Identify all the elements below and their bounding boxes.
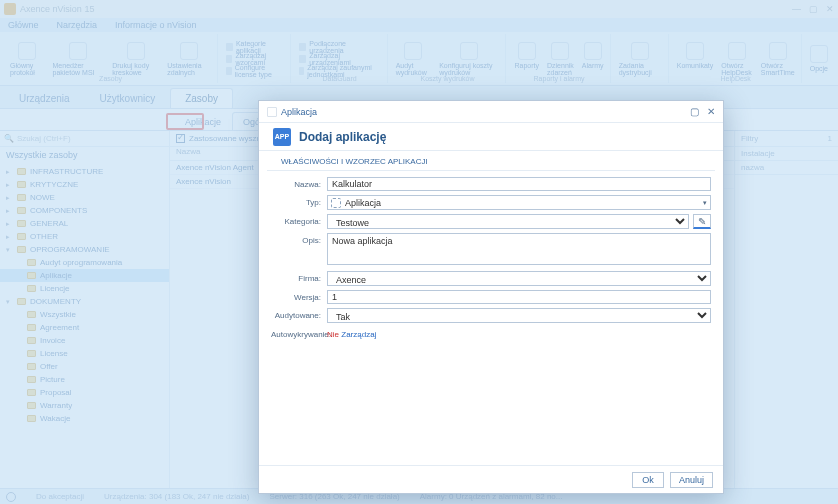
tree-node[interactable]: Licencje [0, 282, 169, 295]
tree-node-label: Wszystkie [40, 310, 76, 319]
folder-icon [27, 389, 36, 396]
tree-node[interactable]: OTHER [0, 230, 169, 243]
autowyk-manage-link[interactable]: Zarządzaj [341, 330, 376, 339]
ribbon-alarmy[interactable]: Alarmy [582, 42, 604, 76]
menu-narzedzia[interactable]: Narzędzia [57, 20, 98, 30]
edit-kategoria-button[interactable]: ✎ [693, 214, 711, 229]
label-firma: Firma: [271, 271, 327, 283]
tree-node[interactable]: KRYTYCZNE [0, 178, 169, 191]
tree-node-label: Aplikacje [40, 271, 72, 280]
tree-node[interactable]: GENERAL [0, 217, 169, 230]
tree-node[interactable]: Warranty [0, 399, 169, 412]
filter-checkbox-icon[interactable] [176, 134, 185, 143]
folder-icon [27, 272, 36, 279]
input-wersja[interactable] [327, 290, 711, 304]
ribbon-kategorie-aplikacji[interactable]: Kategorie aplikacji [226, 41, 283, 52]
tree-node-label: License [40, 349, 68, 358]
tree-node[interactable]: INFRASTRUCTURE [0, 165, 169, 178]
ok-button[interactable]: Ok [632, 472, 664, 488]
ribbon-drukuj[interactable]: Drukuj kody kreskowe [112, 42, 159, 76]
tree-node[interactable]: NOWE [0, 191, 169, 204]
tree-node[interactable]: COMPONENTS [0, 204, 169, 217]
folder-icon [17, 220, 26, 227]
dialog-maximize-icon[interactable]: ▢ [690, 106, 699, 117]
select-kategoria[interactable]: Testowe [327, 214, 689, 229]
ribbon-dziennik[interactable]: Dziennik zdarzeń [547, 42, 574, 76]
textarea-opis[interactable]: Nowa aplikacja [327, 233, 711, 265]
menu-info[interactable]: Informacje o nVision [115, 20, 196, 30]
tree-node-label: KRYTYCZNE [30, 180, 78, 189]
tree-header[interactable]: Wszystkie zasoby [0, 147, 169, 163]
select-audytowane[interactable]: Tak [327, 308, 711, 323]
close-icon[interactable]: ✕ [826, 4, 834, 14]
app-icon [4, 3, 16, 15]
ribbon-komunikaty[interactable]: Komunikaty [677, 42, 714, 76]
right-panel: Filtry 1 Instalacje nazwa [734, 131, 838, 488]
subtab-aplikacje-top[interactable]: Aplikacje [174, 112, 232, 130]
tree-node-label: Warranty [40, 401, 72, 410]
dialog-header: Dodaj aplikację [299, 130, 386, 144]
menu-glowne[interactable]: Główne [8, 20, 39, 30]
tree-node[interactable]: OPROGRAMOWANIE [0, 243, 169, 256]
dialog-close-icon[interactable]: ✕ [707, 106, 715, 117]
tree-node-label: OTHER [30, 232, 58, 241]
tree-node[interactable]: Agreement [0, 321, 169, 334]
folder-icon [17, 194, 26, 201]
tree-node-label: Invoice [40, 336, 65, 345]
ribbon-smarttime[interactable]: Otwórz SmartTime [761, 42, 795, 76]
tree-node[interactable]: Aplikacje [0, 269, 169, 282]
ribbon-zarzadzaj-urzadzeniami[interactable]: Zarządzaj urządzeniami [299, 53, 381, 64]
select-firma[interactable]: Axence [327, 271, 711, 286]
ribbon-podlaczone-urzadzenia[interactable]: Podłączone urządzenia [299, 41, 381, 52]
folder-icon [27, 259, 36, 266]
ribbon-audyt-wydrukow[interactable]: Audyt wydruków [396, 42, 432, 76]
ribbon-configure-license[interactable]: Configure license type [226, 65, 283, 76]
tab-zasoby[interactable]: Zasoby [170, 88, 233, 108]
minimize-icon[interactable]: — [792, 4, 801, 14]
tree-node[interactable]: Wszystkie [0, 308, 169, 321]
ribbon-zarzadzaj-wzorcami[interactable]: Zarządzaj wzorcami [226, 53, 283, 64]
section-header: WŁAŚCIWOŚCI I WZORZEC APLIKACJI [267, 151, 715, 171]
tree-node[interactable]: Wakacje [0, 412, 169, 425]
folder-icon [17, 298, 26, 305]
right-panel-line: Instalacje [735, 147, 838, 161]
input-nazwa[interactable] [327, 177, 711, 191]
tree-node[interactable]: Proposal [0, 386, 169, 399]
folder-icon [17, 181, 26, 188]
select-typ[interactable]: Aplikacja ▾ [327, 195, 711, 210]
status-icon [6, 492, 16, 502]
tree-node-label: OPROGRAMOWANIE [30, 245, 110, 254]
dialog-icon [267, 107, 277, 117]
tree-node[interactable]: License [0, 347, 169, 360]
ribbon-zadania-dystrybucji[interactable]: Zadania dystrybucji [619, 42, 662, 76]
tree-node[interactable]: Invoice [0, 334, 169, 347]
tab-uzytkownicy[interactable]: Użytkownicy [85, 88, 171, 108]
tree-node[interactable]: Picture [0, 373, 169, 386]
ribbon: Główny protokół Menedżer pakietów MSI Dr… [0, 32, 838, 86]
menubar: Główne Narzędzia Informacje o nVision [0, 18, 838, 32]
tree-node[interactable]: Audyt oprogramowania [0, 256, 169, 269]
ribbon-ustawienia[interactable]: Ustawienia zdalnych [167, 42, 211, 76]
typ-icon [331, 198, 341, 208]
tab-urzadzenia[interactable]: Urządzenia [4, 88, 85, 108]
ribbon-raporty[interactable]: Raporty [514, 42, 539, 76]
ribbon-opcje[interactable]: Opcje [810, 45, 828, 72]
dialog-titlebar: Aplikacja ▢ ✕ [259, 101, 723, 123]
ribbon-helpdesk[interactable]: Otwórz HelpDesk [721, 42, 752, 76]
folder-icon [27, 376, 36, 383]
maximize-icon[interactable]: ▢ [809, 4, 818, 14]
folder-icon [27, 415, 36, 422]
ribbon-konfiguruj-koszty[interactable]: Konfiguruj koszty wydruków [439, 42, 499, 76]
ribbon-msi[interactable]: Menedżer pakietów MSI [53, 42, 105, 76]
app-title: Axence nVision 15 [20, 4, 94, 14]
tree-node[interactable]: Offer [0, 360, 169, 373]
search-input[interactable]: 🔍 Szukaj (Ctrl+F) [0, 131, 169, 147]
label-nazwa: Nazwa: [271, 177, 327, 189]
tree-node-label: Offer [40, 362, 58, 371]
tree-node[interactable]: DOKUMENTY [0, 295, 169, 308]
footer-left: Do akceptacji [36, 492, 84, 501]
dialog-title: Aplikacja [281, 107, 317, 117]
cancel-button[interactable]: Anuluj [670, 472, 713, 488]
app-badge-icon: APP [273, 128, 291, 146]
ribbon-glowny-protokol[interactable]: Główny protokół [10, 42, 45, 76]
